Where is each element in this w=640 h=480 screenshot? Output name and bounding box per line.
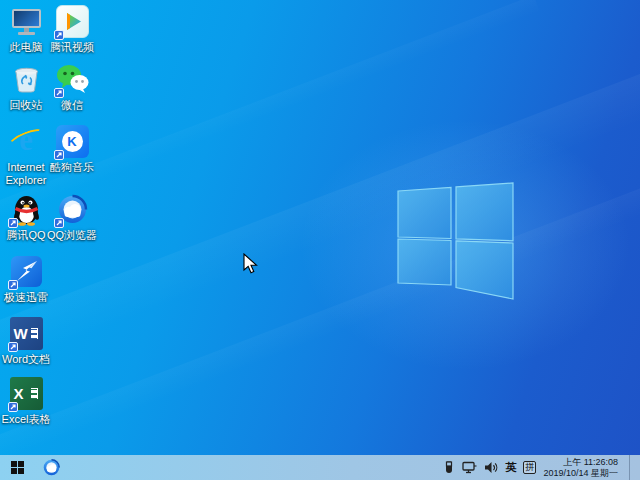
shortcut-arrow-badge <box>54 30 64 40</box>
icon-label: Excel表格 <box>0 413 52 426</box>
desktop-icon-internet-explorer[interactable]: e Internet Explorer <box>0 125 52 187</box>
excel-sheet-icon: X <box>10 377 43 410</box>
desktop-icon-kugou-music[interactable]: K 酷狗音乐 <box>46 125 98 174</box>
icon-label: 回收站 <box>0 99 52 112</box>
desktop-icon-this-pc[interactable]: 此电脑 <box>0 5 52 54</box>
desktop-icon-qq-browser[interactable]: QQ浏览器 <box>46 193 98 242</box>
icon-label: QQ浏览器 <box>46 229 98 242</box>
mouse-cursor <box>243 253 259 275</box>
taskbar-pinned-qq-browser[interactable] <box>34 455 68 480</box>
desktop: 此电脑 腾讯视频 <box>0 0 640 480</box>
usb-device-icon[interactable] <box>443 461 455 475</box>
shortcut-arrow-badge <box>8 218 18 228</box>
qq-browser-icon <box>42 458 61 477</box>
shortcut-arrow-badge <box>54 150 64 160</box>
this-pc-icon <box>10 5 43 38</box>
windows-start-icon <box>11 461 24 474</box>
taskbar: 英 拼 上午 11:26:08 2019/10/14 星期一 <box>0 455 640 480</box>
icon-label: 酷狗音乐 <box>46 161 98 174</box>
icon-label: 微信 <box>46 99 98 112</box>
windows-logo-wallpaper <box>390 175 521 310</box>
recycle-bin-icon <box>10 63 43 96</box>
clock-time: 上午 11:26:08 <box>543 457 618 468</box>
start-button[interactable] <box>0 455 34 480</box>
icon-label: 腾讯视频 <box>46 41 98 54</box>
desktop-icon-recycle-bin[interactable]: 回收站 <box>0 63 52 112</box>
word-document-icon: W <box>10 317 43 350</box>
desktop-icon-excel-sheet[interactable]: X Excel表格 <box>0 377 52 426</box>
clock-date: 2019/10/14 星期一 <box>543 468 618 479</box>
desktop-icon-tencent-video[interactable]: 腾讯视频 <box>46 5 98 54</box>
desktop-icon-wechat[interactable]: 微信 <box>46 63 98 112</box>
icon-label: 此电脑 <box>0 41 52 54</box>
shortcut-arrow-badge <box>8 342 18 352</box>
wechat-icon <box>56 63 89 96</box>
shortcut-arrow-badge <box>8 402 18 412</box>
desktop-icon-xunlei-thunder[interactable]: 极速迅雷 <box>0 255 52 304</box>
icon-label: 腾讯QQ <box>0 229 52 242</box>
internet-explorer-icon: e <box>10 125 43 158</box>
qq-browser-icon <box>56 193 89 226</box>
show-desktop-button[interactable] <box>629 455 634 480</box>
desktop-icon-word-document[interactable]: W Word文档 <box>0 317 52 366</box>
system-tray: 英 拼 上午 11:26:08 2019/10/14 星期一 <box>443 455 640 480</box>
ime-language-indicator[interactable]: 英 <box>505 460 516 475</box>
shortcut-arrow-badge <box>54 88 64 98</box>
shortcut-arrow-badge <box>54 218 64 228</box>
volume-icon[interactable] <box>484 461 498 474</box>
icon-label: 极速迅雷 <box>0 291 52 304</box>
network-ethernet-icon[interactable] <box>462 461 477 474</box>
ime-pinyin-icon[interactable]: 拼 <box>523 461 536 474</box>
kugou-music-icon: K <box>56 125 89 158</box>
tencent-video-icon <box>56 5 89 38</box>
taskbar-clock[interactable]: 上午 11:26:08 2019/10/14 星期一 <box>543 457 622 479</box>
icon-label: Word文档 <box>0 353 52 366</box>
icon-label: Internet Explorer <box>0 161 52 187</box>
desktop-icon-tencent-qq[interactable]: 腾讯QQ <box>0 193 52 242</box>
xunlei-thunder-icon <box>10 255 43 288</box>
shortcut-arrow-badge <box>8 280 18 290</box>
tencent-qq-icon <box>10 193 43 226</box>
